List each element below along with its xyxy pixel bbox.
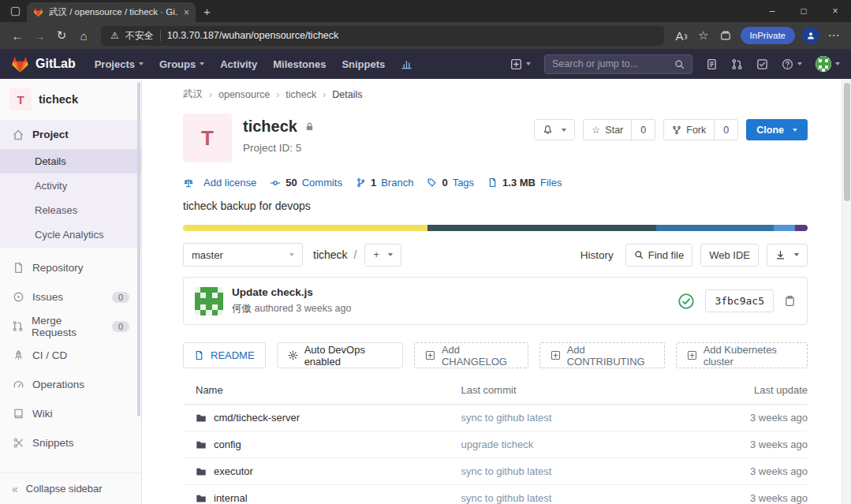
add-license-link[interactable]: Add license [183,177,256,189]
commit-message-link[interactable]: upgrade ticheck [461,439,689,450]
plus-menu-button[interactable] [510,58,531,70]
commit-message-link[interactable]: sync to github latest [461,465,689,477]
sidebar-item-releases[interactable]: Releases [0,198,141,222]
add-contributing-button[interactable]: Add CONTRIBUTING [539,342,665,368]
fork-button[interactable]: Fork [663,119,715,140]
sidebar-item-snippets[interactable]: Snippets [0,428,141,457]
todos-icon[interactable] [756,58,768,70]
search-input[interactable] [552,58,670,69]
commit-message-link[interactable]: sync to github latest [461,412,689,424]
gitlab-logo[interactable]: GitLab [11,55,76,73]
file-path: ticheck / [313,248,356,261]
file-name-link[interactable]: executor [183,465,461,477]
page-scrollbar-thumb[interactable] [844,83,850,201]
download-icon [775,250,786,260]
browser-tab-bar: 武汉 / opensource / ticheck · Gi... × + – … [0,0,851,22]
add-kubernetes-cluster-button[interactable]: Add Kubernetes cluster [676,342,808,368]
new-tab-button[interactable]: + [203,5,211,18]
collections-icon[interactable] [715,24,737,47]
refresh-icon[interactable]: ↻ [50,24,73,47]
browser-home-icon[interactable]: ⌂ [73,24,95,47]
close-button[interactable]: × [819,0,851,22]
user-avatar[interactable] [816,56,840,72]
notification-bell-button[interactable] [534,119,575,140]
commits-link[interactable]: 50Commits [270,177,342,189]
profile-avatar[interactable] [802,27,819,44]
table-row: internal sync to github latest 3 weeks a… [183,485,808,504]
help-button[interactable] [782,58,802,70]
auto-devops-button[interactable]: Auto DevOps enabled [277,342,403,368]
sidebar-item-wiki[interactable]: Wiki [0,399,141,428]
minimize-button[interactable]: – [756,0,788,22]
sidebar-item-cicd[interactable]: CI / CD [0,341,141,370]
files-link[interactable]: 1.3 MBFiles [487,177,562,189]
star-button[interactable]: ☆ Star [583,119,632,140]
breadcrumb-project[interactable]: ticheck [286,89,316,100]
sidebar-item-issues[interactable]: Issues 0 [0,282,141,312]
fork-count[interactable]: 0 [715,119,738,140]
sidebar-item-activity[interactable]: Activity [0,174,141,198]
sidebar-item-merge-requests[interactable]: Merge Requests 0 [0,312,141,341]
tags-link[interactable]: 0Tags [427,177,474,189]
admin-area-icon[interactable] [401,58,412,70]
issues-icon[interactable] [706,58,718,70]
pipeline-status-check-icon[interactable] [677,293,695,310]
branches-link[interactable]: 1Branch [356,177,413,189]
sidebar-item-project[interactable]: Project [0,120,141,149]
tab-close-icon[interactable]: × [184,7,189,18]
menu-activity[interactable]: Activity [220,58,257,70]
chevron-down-icon [794,253,799,256]
navbar-right [510,54,840,74]
sidebar-item-details[interactable]: Details [0,149,141,174]
merge-requests-icon[interactable] [731,58,743,70]
find-file-button[interactable]: Find file [625,244,693,267]
forward-icon[interactable]: → [28,24,50,47]
sidebar-item-label: CI / CD [32,349,67,361]
breadcrumb-subgroup[interactable]: opensource [218,89,270,100]
commit-title-link[interactable]: Update check.js [232,286,351,298]
tab-actions-icon[interactable] [6,6,24,17]
breadcrumb-group[interactable]: 武汉 [183,88,203,101]
web-ide-button[interactable]: Web IDE [700,244,759,267]
sidebar-item-cycle-analytics[interactable]: Cycle Analytics [0,222,141,247]
clone-button[interactable]: Clone [746,119,808,140]
branch-selector[interactable]: master [183,243,303,267]
path-project[interactable]: ticheck [313,248,348,261]
language-bar[interactable] [183,225,808,231]
language-segment [183,225,427,231]
table-row: config upgrade ticheck 3 weeks ago [183,431,808,458]
history-button[interactable]: History [577,249,618,261]
copy-sha-button[interactable] [784,295,796,307]
sidebar-scrollbar-thumb[interactable] [137,82,140,416]
maximize-button[interactable]: □ [788,0,819,22]
sidebar-project-context[interactable]: T ticheck [0,79,141,120]
page-scrollbar[interactable] [842,79,851,504]
menu-projects[interactable]: Projects [95,58,144,70]
commit-author[interactable]: 何傲 [232,303,252,314]
add-file-dropdown[interactable]: + [364,244,401,267]
browser-menu-icon[interactable]: ⋯ [823,24,845,47]
back-icon[interactable]: ← [6,24,28,47]
commit-message-link[interactable]: sync to github latest [461,492,689,504]
menu-groups[interactable]: Groups [159,58,204,70]
read-aloud-icon[interactable]: A)) [670,24,692,47]
menu-snippets[interactable]: Snippets [342,58,385,70]
add-changelog-button[interactable]: Add CHANGELOG [414,342,528,368]
address-bar[interactable]: ⚠ 不安全 10.3.70.187/wuhan/opensource/tiche… [101,26,664,46]
file-name-link[interactable]: cmd/ticheck-server [183,412,461,424]
favorites-star-icon[interactable]: ☆ [692,24,715,47]
collapse-icon: « [12,483,18,495]
file-name-link[interactable]: config [183,439,461,450]
sidebar-item-repository[interactable]: Repository [0,253,141,282]
collapse-sidebar-button[interactable]: « Collapse sidebar [0,472,140,504]
project-id: Project ID: 5 [243,142,315,154]
tag-icon [427,177,437,188]
sidebar-scrollbar[interactable] [137,82,140,500]
readme-button[interactable]: README [183,342,266,368]
menu-milestones[interactable]: Milestones [273,58,326,70]
star-count[interactable]: 0 [632,119,655,140]
sidebar-item-operations[interactable]: Operations [0,370,141,399]
browser-tab[interactable]: 武汉 / opensource / ticheck · Gi... × [27,2,196,22]
file-name-link[interactable]: internal [183,492,461,504]
download-dropdown[interactable] [767,244,808,267]
